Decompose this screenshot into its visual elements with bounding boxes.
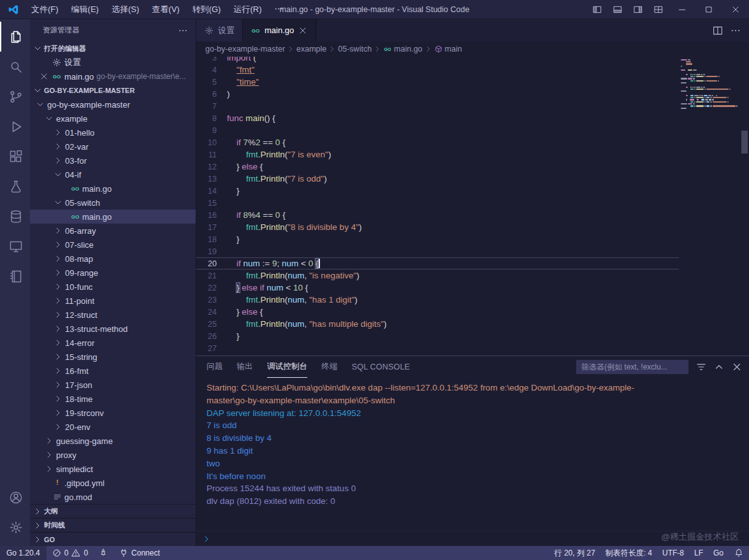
code-line[interactable]: 3import ( [196,57,679,64]
more-actions-icon[interactable] [178,25,188,36]
code-line[interactable]: 22 } else if num < 10 { [196,282,679,294]
code-line[interactable]: 26 } [196,330,679,342]
debug-console-input[interactable] [196,531,749,546]
sidebar-section-outline[interactable]: 大纲 [30,504,196,518]
customize-layout-button[interactable] [648,0,669,18]
breadcrumb-item[interactable]: example [296,45,326,54]
open-editors-header[interactable]: 打开的编辑器 [30,41,196,55]
close-window-button[interactable] [722,0,749,18]
code-line[interactable]: 4 "fmt" [196,64,679,76]
activity-notebook[interactable] [0,261,30,291]
code-line[interactable]: 18 } [196,233,679,245]
tree-item-18-time[interactable]: 18-time [30,392,196,406]
code-line[interactable]: 20 if num := 9; num < 0 { [196,257,679,269]
maximize-button[interactable] [695,0,722,18]
console-filter-input[interactable] [576,359,689,375]
status-connect[interactable]: Connect [113,546,165,560]
toggle-sidebar-button[interactable] [587,0,607,18]
breadcrumb-item[interactable]: GOmain.go [383,45,422,54]
code-line[interactable]: 23 fmt.Println(num, "has 1 digit") [196,294,679,306]
tree-item-12-struct[interactable]: 12-struct [30,308,196,322]
tree-item-go-by-example-master[interactable]: go-by-example-master [30,97,196,111]
tree-item-simpledict[interactable]: simpledict [30,462,196,476]
breadcrumb-item[interactable]: 05-switch [338,45,372,54]
tree-item-03-for[interactable]: 03-for [30,154,196,168]
status-encoding[interactable]: UTF-8 [657,546,689,560]
code-editor[interactable]: 3import (4 "fmt"5 "time"6)78func main() … [196,57,749,355]
code-line[interactable]: 12 } else { [196,161,679,173]
breadcrumb-item[interactable]: go-by-example-master [205,45,285,54]
activity-account[interactable] [0,482,30,512]
status-debug-launch[interactable] [93,546,113,560]
status-cursor-position[interactable]: 行 20, 列 27 [549,546,600,560]
code-line[interactable]: 17 fmt.Println("8 is divisible by 4") [196,221,679,233]
code-line[interactable]: 9 [196,124,679,136]
project-header[interactable]: GO-BY-EXAMPLE-MASTER [30,83,196,97]
code-line[interactable]: 21 fmt.Println(num, "is negative") [196,269,679,282]
menu-item[interactable]: 文件(F) [25,2,64,17]
editor-more-actions-icon[interactable] [730,25,741,36]
minimize-button[interactable] [669,0,695,18]
maximize-panel-icon[interactable] [713,361,725,373]
panel-tab-sql-console[interactable]: SQL CONSOLE [352,356,410,378]
tree-item-08-map[interactable]: 08-map [30,252,196,266]
editor-scrollbar[interactable] [740,57,749,355]
code-line[interactable]: 19 [196,245,679,257]
code-line[interactable]: 14 } [196,185,679,197]
tree-item-example[interactable]: example [30,111,196,126]
filter-icon[interactable] [695,361,707,373]
minimap[interactable] [679,57,740,110]
menu-item[interactable]: 选择(S) [106,2,145,17]
tree-item-19-strconv[interactable]: 19-strconv [30,406,196,420]
tree-item-17-json[interactable]: 17-json [30,378,196,392]
sidebar-section-timeline[interactable]: 时间线 [30,518,196,532]
breadcrumb-item[interactable]: main [434,45,462,54]
status-notifications[interactable] [729,546,749,560]
tree-item-main-go[interactable]: GOmain.go [30,210,196,224]
code-line[interactable]: 27 [196,342,679,354]
code-line[interactable]: 8func main() { [196,112,679,124]
tree-item-10-func[interactable]: 10-func [30,280,196,294]
activity-extensions[interactable] [0,141,30,171]
menu-item[interactable]: 运行(R) [228,2,267,17]
activity-remote-explorer[interactable] [0,231,30,261]
tree-item-07-slice[interactable]: 07-slice [30,238,196,252]
tree-item-02-var[interactable]: 02-var [30,140,196,154]
tree-item--gitpod-yml[interactable]: !.gitpod.yml [30,476,196,490]
split-editor-icon[interactable] [712,25,724,36]
activity-search[interactable] [0,52,30,82]
menu-item[interactable]: 转到(G) [187,2,227,17]
tab-settings[interactable]: 设置 [196,19,243,41]
tree-item-14-error[interactable]: 14-error [30,336,196,350]
activity-explorer[interactable] [0,22,30,52]
menu-item[interactable]: 查看(V) [146,2,185,17]
code-line[interactable]: 10 if 7%2 == 0 { [196,136,679,148]
code-line[interactable]: 6) [196,88,679,100]
sidebar-section-go[interactable]: GO [30,532,196,546]
code-line[interactable]: 13 fmt.Println("7 is odd") [196,173,679,185]
tree-item-04-if[interactable]: 04-if [30,168,196,182]
code-line[interactable]: 15 [196,197,679,209]
tree-item-01-hello[interactable]: 01-hello [30,126,196,140]
tree-item-05-switch[interactable]: 05-switch [30,196,196,210]
status-eol[interactable]: LF [689,546,708,560]
activity-source-control[interactable] [0,82,30,111]
toggle-panel-button[interactable] [607,0,628,18]
status-indentation[interactable]: 制表符长度: 4 [600,546,657,560]
tree-item-06-array[interactable]: 06-array [30,224,196,238]
code-line[interactable]: 16 if 8%4 == 0 { [196,209,679,221]
panel-tab-problems[interactable]: 问题 [207,356,222,378]
status-go-version[interactable]: Go 1.20.4 [0,546,47,560]
panel-tab-terminal[interactable]: 终端 [321,356,337,378]
activity-settings[interactable] [0,512,30,542]
code-line[interactable]: 7 [196,100,679,112]
activity-run-debug[interactable] [0,111,30,141]
tree-item-go-mod[interactable]: go.mod [30,490,196,504]
activity-testing[interactable] [0,171,30,201]
tree-item-13-struct-method[interactable]: 13-struct-method [30,322,196,336]
code-line[interactable]: 11 fmt.Println("7 is even") [196,148,679,161]
scrollbar-slider[interactable] [741,131,748,154]
menu-item[interactable]: 编辑(E) [66,2,105,17]
open-editor-item[interactable]: GOmain.gogo-by-example-master\e... [30,69,196,83]
tab-main-go[interactable]: GOmain.go [243,19,316,41]
